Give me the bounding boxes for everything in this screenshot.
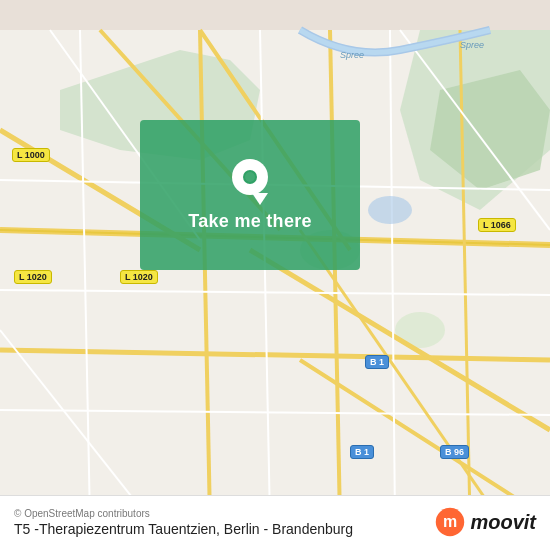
road-badge-l1066: L 1066	[478, 218, 516, 232]
bottom-bar: © OpenStreetMap contributors T5 -Therapi…	[0, 495, 550, 550]
map-pin-icon	[232, 159, 268, 203]
road-badge-b96: B 96	[440, 445, 469, 459]
svg-text:Spree: Spree	[340, 50, 364, 60]
moovit-text: moovit	[470, 511, 536, 534]
take-me-there-label[interactable]: Take me there	[188, 211, 312, 232]
road-badge-b1a: B 1	[365, 355, 389, 369]
road-badge-l1020a: L 1020	[14, 270, 52, 284]
osm-credit: © OpenStreetMap contributors	[14, 508, 353, 519]
location-info: © OpenStreetMap contributors T5 -Therapi…	[14, 508, 353, 537]
moovit-logo-icon: m	[434, 506, 466, 538]
map-svg: Spree Spree	[0, 0, 550, 550]
location-name: T5 -Therapiezentrum Tauentzien, Berlin -…	[14, 521, 353, 537]
moovit-logo: m moovit	[434, 506, 536, 538]
svg-text:Spree: Spree	[460, 40, 484, 50]
svg-point-29	[368, 196, 412, 224]
road-badge-l1020b: L 1020	[120, 270, 158, 284]
road-badge-b1b: B 1	[350, 445, 374, 459]
road-badge-l1000: L 1000	[12, 148, 50, 162]
svg-text:m: m	[443, 513, 457, 530]
highlight-box[interactable]: Take me there	[140, 120, 360, 270]
map-container: Spree Spree L 1000 L 1020 L 1020 L 1066 …	[0, 0, 550, 550]
